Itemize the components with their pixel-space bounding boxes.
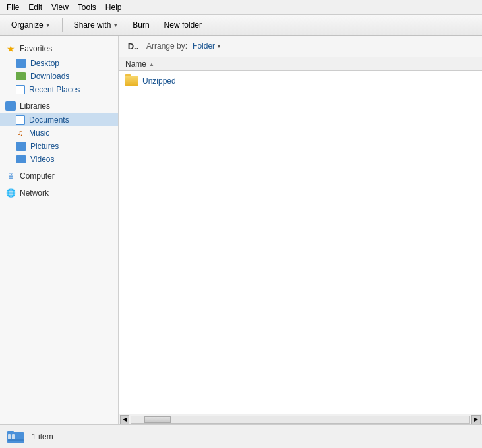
arrange-folder-label: Folder (193, 42, 215, 51)
sidebar-item-pictures[interactable]: Pictures (0, 140, 118, 153)
sidebar-computer-label: Computer (20, 171, 55, 181)
scroll-left-arrow[interactable]: ◀ (120, 415, 129, 424)
scroll-thumb[interactable] (144, 416, 171, 423)
sidebar-item-documents[interactable]: Documents (0, 113, 118, 126)
svg-rect-1 (7, 431, 14, 434)
sidebar-computer-section: 🖥 Computer (0, 169, 118, 183)
arrange-by-label: Arrange by: (146, 42, 187, 51)
sidebar-network-header[interactable]: 🌐 Network (0, 186, 118, 200)
status-bar: 1 item (0, 424, 482, 448)
sidebar-music-label: Music (29, 128, 49, 138)
svg-rect-4 (8, 439, 24, 441)
sidebar-recent-places-label: Recent Places (29, 85, 80, 94)
sidebar-documents-label: Documents (29, 115, 69, 125)
column-sort-icon: ▲ (149, 61, 154, 67)
computer-icon: 🖥 (5, 171, 16, 181)
arrange-dropdown-icon: ▼ (216, 43, 222, 49)
pictures-icon (16, 142, 26, 151)
main-area: ★ Favorites Desktop Downloads Recent Pla… (0, 36, 482, 424)
menu-view[interactable]: View (47, 1, 73, 13)
sidebar-item-downloads[interactable]: Downloads (0, 70, 118, 83)
libraries-icon (5, 101, 16, 111)
menu-help[interactable]: Help (102, 1, 126, 13)
sidebar-item-music[interactable]: ♫ Music (0, 126, 118, 140)
sidebar-libraries-section: Libraries Documents ♫ Music Pictures Vid… (0, 99, 118, 166)
svg-rect-2 (8, 434, 11, 439)
sidebar-item-desktop[interactable]: Desktop (0, 57, 118, 70)
favorites-star-icon: ★ (5, 43, 16, 54)
status-folder-icon (7, 428, 25, 446)
horizontal-scrollbar[interactable]: ◀ ▶ (119, 414, 482, 424)
sidebar-downloads-label: Downloads (30, 72, 69, 81)
folder-yellow-icon (125, 76, 138, 86)
sidebar-item-recent-places[interactable]: Recent Places (0, 83, 118, 96)
sidebar-pictures-label: Pictures (30, 142, 59, 151)
content-header: D.. Arrange by: Folder ▼ (119, 36, 482, 57)
organize-button[interactable]: Organize ▼ (5, 18, 57, 32)
music-icon: ♫ (16, 128, 25, 138)
new-folder-label: New folder (164, 20, 202, 30)
column-header: Name ▲ (119, 57, 482, 71)
sidebar-favorites-section: ★ Favorites Desktop Downloads Recent Pla… (0, 41, 118, 96)
videos-icon (16, 155, 26, 163)
scroll-right-arrow[interactable]: ▶ (471, 415, 481, 424)
sidebar-libraries-header[interactable]: Libraries (0, 99, 118, 113)
sidebar-libraries-label: Libraries (20, 101, 50, 111)
sidebar-computer-header[interactable]: 🖥 Computer (0, 169, 118, 183)
toolbar-separator-1 (62, 18, 63, 32)
sidebar-item-videos[interactable]: Videos (0, 153, 118, 166)
burn-button[interactable]: Burn (127, 18, 155, 32)
share-with-button[interactable]: Share with ▼ (68, 18, 125, 32)
share-with-arrow-icon: ▼ (113, 22, 118, 28)
organize-label: Organize (11, 20, 44, 30)
scroll-track[interactable] (131, 416, 470, 424)
file-name-unzipped: Unzipped (142, 76, 176, 86)
drive-icon: D.. (125, 40, 141, 53)
content-area: D.. Arrange by: Folder ▼ Name ▲ Unzipped… (119, 36, 482, 424)
downloads-icon (16, 72, 26, 80)
arrange-by-value[interactable]: Folder ▼ (193, 42, 222, 51)
sidebar: ★ Favorites Desktop Downloads Recent Pla… (0, 36, 119, 424)
organize-arrow-icon: ▼ (45, 22, 51, 28)
new-folder-button[interactable]: New folder (158, 18, 208, 32)
sidebar-favorites-header[interactable]: ★ Favorites (0, 41, 118, 57)
sidebar-network-section: 🌐 Network (0, 186, 118, 200)
column-name-label: Name (125, 59, 146, 69)
menu-tools[interactable]: Tools (74, 1, 100, 13)
menu-bar: File Edit View Tools Help (0, 0, 482, 15)
burn-label: Burn (133, 20, 149, 30)
status-item-count: 1 item (32, 432, 53, 441)
sidebar-network-label: Network (20, 188, 49, 198)
menu-file[interactable]: File (3, 1, 23, 13)
documents-icon (16, 115, 25, 125)
svg-rect-3 (12, 434, 15, 439)
sidebar-videos-label: Videos (30, 155, 54, 164)
file-list: Unzipped (119, 71, 482, 414)
network-icon: 🌐 (5, 188, 16, 198)
recent-places-icon (16, 85, 25, 94)
toolbar: Organize ▼ Share with ▼ Burn New folder (0, 15, 482, 36)
share-with-label: Share with (74, 20, 111, 30)
menu-edit[interactable]: Edit (24, 1, 46, 13)
sidebar-favorites-label: Favorites (20, 44, 52, 53)
list-item[interactable]: Unzipped (119, 74, 482, 88)
sidebar-desktop-label: Desktop (30, 59, 59, 68)
desktop-icon (16, 59, 26, 68)
